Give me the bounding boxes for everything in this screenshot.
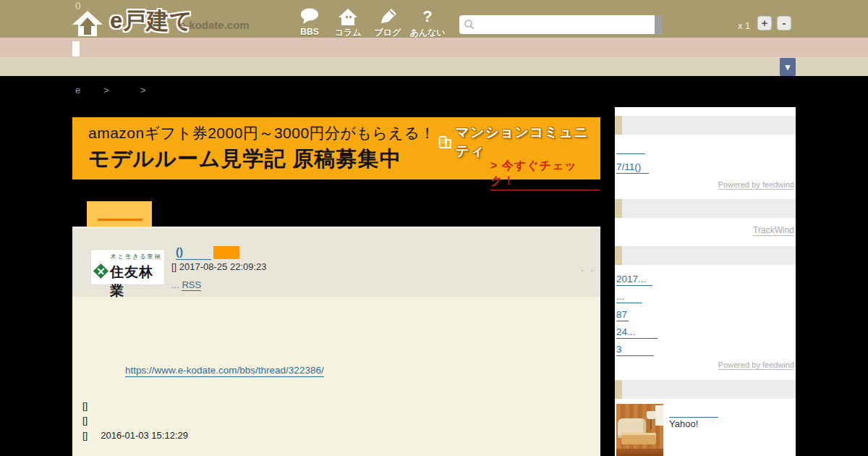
feed3-link-4[interactable]: 24...	[616, 326, 658, 339]
thread-url-link[interactable]: https://www.e-kodate.com/bbs/thread/3223…	[125, 365, 324, 377]
thread-header: 木と生きる幸福 住友林業 () [] 2017-08-25 22:09:23 .…	[72, 227, 600, 297]
list-date: 2016-01-03 15:12:29	[101, 430, 188, 441]
feedwind-credit-link[interactable]: Powered by feedwind	[718, 360, 794, 370]
sidebar-section-header	[615, 199, 796, 218]
breadcrumb-separator: >	[103, 85, 109, 96]
feed3-link-5[interactable]: 3	[616, 344, 654, 356]
list-item: []	[82, 415, 101, 426]
room-photo-thumbnail[interactable]	[616, 404, 663, 456]
pink-band	[0, 38, 868, 57]
fontsize-decrease-button[interactable]: -	[777, 16, 791, 30]
quote-marks: , ,	[581, 263, 596, 272]
page: () e戸建て e-kodate.com BBS コラム ブログ ?	[0, 0, 868, 456]
feed4-link[interactable]	[669, 408, 718, 418]
list-item: []	[82, 400, 101, 411]
fontsize-increase-button[interactable]: +	[757, 16, 772, 30]
ad-brand-name: マンションコミュニティ	[456, 123, 600, 161]
search-icon	[464, 19, 475, 30]
ad-banner-line1: amazonギフト券2000円～3000円分がもらえる！	[88, 123, 435, 143]
list-bracket: []	[82, 430, 88, 441]
sidebar-section-header	[615, 116, 796, 135]
advertiser-logo[interactable]: 木と生きる幸福 住友林業	[90, 249, 165, 285]
search-input[interactable]	[478, 17, 652, 33]
house-icon	[328, 7, 368, 26]
building-icon	[438, 134, 452, 150]
breadcrumb-root[interactable]: e	[75, 85, 80, 96]
feedwind-credit-link[interactable]: Powered by feedwind	[718, 180, 794, 190]
thread-title-link[interactable]: ()	[176, 245, 211, 260]
thumb-lamp	[647, 411, 656, 419]
rss-prefix: ...	[171, 279, 179, 290]
white-marker	[72, 41, 80, 56]
question-icon: ?	[407, 7, 448, 26]
thread-panel: 木と生きる幸福 住友林業 () [] 2017-08-25 22:09:23 .…	[72, 227, 600, 456]
speech-bubble-icon	[289, 7, 330, 26]
thread-badge[interactable]	[213, 246, 239, 259]
ad-banner[interactable]: amazonギフト券2000円～3000円分がもらえる！ モデルルーム見学記 原…	[72, 117, 600, 180]
nav-column[interactable]: コラム	[328, 7, 368, 39]
list-bracket: []	[82, 400, 88, 411]
tab-underline	[98, 219, 142, 221]
beige-band: ▼	[0, 57, 868, 76]
feed3-link-1[interactable]: 2017...	[616, 274, 652, 286]
thread-tab[interactable]	[87, 201, 152, 227]
breadcrumb-separator: >	[140, 85, 146, 96]
thumb-lampstand	[650, 419, 652, 429]
thumb-floor	[616, 449, 663, 456]
rss-link[interactable]: RSS	[182, 279, 201, 291]
dropdown-toggle-button[interactable]: ▼	[780, 58, 796, 76]
search-grip[interactable]	[655, 15, 662, 34]
site-header: () e戸建て e-kodate.com BBS コラム ブログ ?	[0, 0, 868, 38]
nav-blog[interactable]: ブログ	[367, 7, 408, 39]
ad-cta-link[interactable]: > 今すぐチェック！	[490, 159, 600, 190]
trackwind-credit-link[interactable]: TrackWind	[753, 225, 794, 236]
ad-banner-line2: モデルルーム見学記 原稿募集中	[88, 145, 401, 174]
advertiser-diamond-icon	[93, 263, 109, 279]
feed4-caption: Yahoo!	[669, 418, 698, 429]
feed1-link-2[interactable]: 7/11()	[616, 161, 649, 174]
sidebar: 7/11() Powered by feedwind TrackWind 201…	[615, 107, 796, 456]
nav-bbs[interactable]: BBS	[289, 7, 330, 37]
advertiser-name: 住友林業	[110, 263, 164, 300]
nav-guide[interactable]: ? あんない	[407, 7, 448, 39]
feed3-link-3[interactable]: 87	[616, 309, 629, 321]
fontsize-label: x 1	[738, 20, 750, 31]
feed3-link-2[interactable]: ...	[616, 291, 642, 303]
sidebar-section-header	[615, 380, 796, 399]
list-bracket: []	[82, 415, 88, 426]
thumb-table	[621, 433, 656, 444]
thumb-curtain	[655, 405, 663, 426]
rss-row: ... RSS	[171, 279, 201, 290]
ad-brand: マンションコミュニティ	[438, 123, 600, 161]
list-item: []2016-01-03 15:12:29	[82, 430, 188, 441]
site-domain: e-kodate.com	[179, 19, 250, 31]
pencil-icon	[367, 7, 408, 26]
advertiser-tagline: 木と生きる幸福	[111, 253, 162, 261]
sidebar-section-header	[615, 246, 796, 265]
feed1-link-1[interactable]	[616, 145, 645, 154]
thread-meta: [] 2017-08-25 22:09:23	[171, 261, 267, 272]
home-logo-icon[interactable]	[71, 9, 107, 38]
search-box	[459, 15, 662, 34]
nav-bbs-label: BBS	[289, 27, 330, 37]
